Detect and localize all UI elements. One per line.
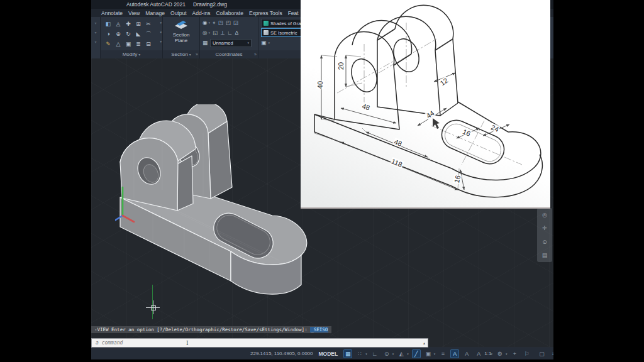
section-plane-icon [173,18,189,31]
ucs-x-icon[interactable]: ◰ [226,19,231,26]
section-plane-label: Section Plane [168,32,194,43]
tab-featured-apps[interactable]: Feat [288,10,299,16]
visual-style-icon [264,21,269,26]
snap-icon[interactable]: ∷ [355,349,364,358]
fillet-tool-icon[interactable]: ◑ [103,29,113,39]
scale-tool-icon[interactable]: ◣ [133,29,143,39]
grid-icon[interactable]: ▦ [343,349,352,358]
polar-array-tool-icon[interactable]: ⊕ [113,29,123,39]
ucs-object-icon[interactable]: ⊥ [220,30,225,36]
panel-overflow-icon[interactable]: » [254,50,257,58]
arc-tool-icon[interactable]: ⌒ [143,29,153,39]
tab-output[interactable]: Output [170,10,187,16]
ortho-icon[interactable]: ∟ [370,349,379,358]
dropdown-caret-icon[interactable]: ▾ [269,41,270,45]
mouse-cursor-icon [433,118,440,129]
command-response-text: _SEISO [310,327,328,332]
ucs-settings-icon[interactable]: ▦ [203,40,208,46]
tab-express-tools[interactable]: Express Tools [249,10,282,16]
dropdown-caret-icon[interactable]: ▾ [160,40,162,43]
mirror-tool-icon[interactable]: ◧ [103,19,113,29]
annotation-monitor-icon[interactable]: ⚐ [522,349,531,358]
section-panel-label[interactable]: Section▾ » [163,50,199,58]
dropdown-caret-icon[interactable]: ▾ [506,352,508,356]
lineweight-icon[interactable]: ≡ [438,349,447,358]
polar-tracking-icon[interactable]: ⊙ [382,349,391,358]
ribbon-clipped-panel: ▾ ▾ ▾ [91,17,101,62]
dropdown-caret-icon[interactable]: ▾ [434,352,436,356]
chamfer-tool-icon[interactable]: △ [113,39,123,49]
ucs-named-icon[interactable]: ◎ [203,30,207,36]
annotation-visibility-icon[interactable]: A [450,349,459,358]
command-input-bar[interactable]: a command I ▴ [91,338,428,348]
ucs-face-icon[interactable]: ◱ [213,30,218,36]
view-preset-icon [264,30,269,35]
isometric-drafting-icon[interactable]: ◭ [397,349,406,358]
annotation-scale-icon: A [474,349,483,358]
dropdown-caret-icon[interactable]: ▾ [365,352,367,356]
workspace-gear-icon[interactable]: ⚙ [496,349,504,358]
explode-tool-icon[interactable]: ≣ [133,39,143,49]
coordinates-panel-label[interactable]: Coordinates » [200,50,258,58]
clean-screen-icon[interactable]: ▢ [537,349,546,358]
3d-bracket-model [115,104,310,312]
panel-caret-icon: ▾ [189,53,191,57]
tab-view[interactable]: View [128,10,140,16]
annotation-scale-control[interactable]: A 1:1 ▾ [474,349,492,358]
document-title: Drawing2.dwg [193,1,227,8]
ucs-3point-icon[interactable]: ∆ [235,30,238,36]
tab-add-ins[interactable]: Add-ins [192,10,211,16]
annotation-autoscale-icon[interactable]: A [462,349,471,358]
dropdown-caret-icon[interactable]: ▾ [94,21,96,25]
offset-tool-icon[interactable]: ▣ [123,39,133,49]
trim-tool-icon[interactable]: ✂ [143,19,153,29]
ucs-name-combobox[interactable]: Unnamed ▾ [210,39,252,47]
tab-collaborate[interactable]: Collaborate [216,10,243,16]
tab-manage[interactable]: Manage [145,10,165,16]
ucs-z-axis-icon[interactable]: ∟ [227,30,232,36]
array-tool-icon[interactable]: ◬ [113,19,123,29]
ucs-origin-icon[interactable]: ◳ [218,19,223,26]
osnap-tracking-icon[interactable]: ╱ [412,349,421,358]
dropdown-caret-icon[interactable]: ▾ [208,21,210,25]
section-plane-button[interactable]: Section Plane [163,18,199,48]
orbit-icon[interactable]: ▤ [542,252,548,258]
modify-tool-flyouts: ▾ ▾ ▾ [160,21,162,43]
dropdown-caret-icon[interactable]: ▾ [208,31,210,35]
reference-drawing-inset: 40 20 48 48 118 12 44 16 24 16 [301,0,550,209]
pan-icon[interactable]: ✛ [542,225,547,231]
move-tool-icon[interactable]: ✚ [123,19,133,29]
zoom-icon[interactable]: ⊙ [542,239,547,245]
history-up-icon[interactable]: ▴ [423,341,425,345]
navigation-bar: ◎ ✛ ⊙ ▤ [537,208,552,262]
dropdown-caret-icon[interactable]: ▾ [160,30,162,34]
ucs-world-icon[interactable]: ⌖ [213,19,216,26]
osnap-icon[interactable]: ▣ [424,349,433,358]
viewport-config-icon[interactable]: ▣ [261,40,267,46]
freehand-tool-icon[interactable]: ✎ [103,39,113,49]
model-space-button[interactable]: MODEL [319,351,338,357]
steering-wheel-icon[interactable]: ◎ [542,212,547,218]
coordinates-panel: ◉ ▾ ⌖ ◳ ◰ ◲ ◎ ▾ ◱ ⊥ ∟ ∆ ▦ Unnamed ▾ [200,17,258,58]
rect-array-tool-icon[interactable]: ⊟ [143,39,153,49]
coordinate-display: 229.1415, 110.4905, 0.0000 [250,351,313,356]
panel-overflow-icon[interactable]: » [196,50,198,58]
tab-annotate[interactable]: Annotate [101,10,123,16]
customization-menu-icon[interactable]: ≡ [549,349,553,358]
dropdown-caret-icon[interactable]: ▾ [94,40,96,44]
dimension-label: 20 [337,62,345,70]
ucs-icon[interactable]: ◉ [203,19,207,26]
command-prompt-text: -VIEW Enter an option [?/Delete/Orthogra… [94,327,308,332]
rotate-tool-icon[interactable]: ↻ [123,29,133,39]
ucs-view-icon[interactable]: ◲ [233,19,238,26]
dropdown-caret-icon[interactable]: ▾ [160,21,162,25]
dropdown-caret-icon[interactable]: ▾ [407,352,409,356]
modify-panel-label[interactable]: Modify▾ [101,50,162,58]
plus-icon[interactable]: + [510,349,519,358]
copy-tool-icon[interactable]: ⊞ [133,19,143,29]
dimensioned-isometric-drawing [301,0,550,207]
dropdown-caret-icon[interactable]: ▾ [392,352,394,356]
autocad-window: Autodesk AutoCAD 2021 Drawing2.dwg Annot… [91,0,553,359]
dropdown-caret-icon: ▾ [248,41,250,45]
dropdown-caret-icon[interactable]: ▾ [94,30,96,35]
